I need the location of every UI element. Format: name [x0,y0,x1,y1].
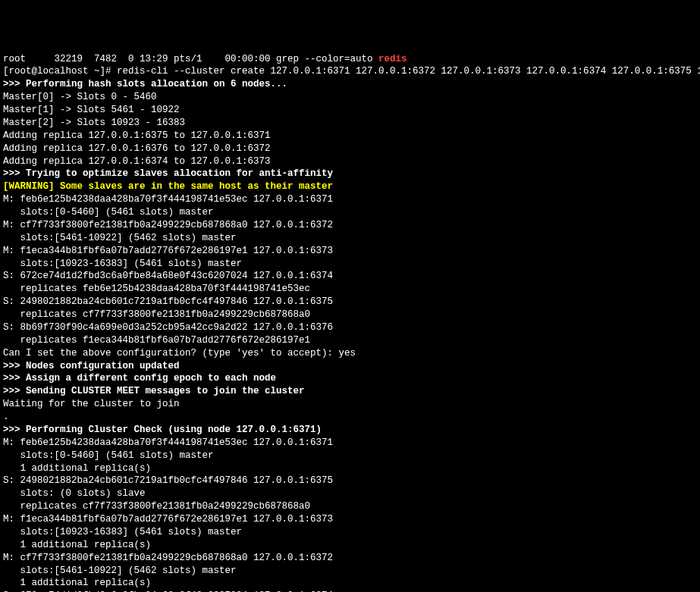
terminal-line: slots: (0 slots) slave [3,487,697,500]
terminal-line: slots:[0-5460] (5461 slots) master [3,449,697,462]
terminal-line: >>> Performing Cluster Check (using node… [3,424,697,437]
terminal-line: [root@localhost ~]# redis-cli --cluster … [3,65,697,78]
terminal-line: root 32219 7482 0 13:29 pts/1 00:00:00 g… [3,53,697,66]
terminal-line: Can I set the above configuration? (type… [3,347,697,360]
terminal-line: 1 additional replica(s) [3,577,697,590]
terminal-line: Master[2] -> Slots 10923 - 16383 [3,117,697,130]
terminal-line: >>> Performing hash slots allocation on … [3,78,697,91]
terminal-line: M: feb6e125b4238daa428ba70f3f444198741e5… [3,437,697,449]
terminal-line: . [3,411,697,424]
terminal-line: >>> Nodes configuration updated [3,360,697,373]
terminal-line: S: 2498021882ba24cb601c7219a1fb0cfc4f497… [3,296,697,309]
terminal-line: slots:[10923-16383] (5461 slots) master [3,526,697,539]
terminal-line: >>> Assign a different config epoch to e… [3,372,697,385]
terminal-line: replicates cf7f733f3800fe21381fb0a249922… [3,309,697,321]
terminal-line: M: f1eca344b81fbf6a07b7add2776f672e28619… [3,245,697,258]
terminal-line: replicates feb6e125b4238daa428ba70f3f444… [3,283,697,296]
terminal-line: [WARNING] Some slaves are in the same ho… [3,180,697,193]
terminal-line: 1 additional replica(s) [3,462,697,475]
terminal-line: Master[0] -> Slots 0 - 5460 [3,91,697,104]
terminal-line: >>> Sending CLUSTER MEET messages to joi… [3,385,697,398]
terminal-line: M: feb6e125b4238daa428ba70f3f444198741e5… [3,193,697,206]
terminal-line: slots:[0-5460] (5461 slots) master [3,206,697,219]
terminal-output: root 32219 7482 0 13:29 pts/1 00:00:00 g… [3,53,697,593]
terminal-line: Adding replica 127.0.0.1:6376 to 127.0.0… [3,143,697,155]
terminal-line: slots:[10923-16383] (5461 slots) master [3,258,697,271]
terminal-line: Waiting for the cluster to join [3,398,697,411]
terminal-line: M: cf7f733f3800fe21381fb0a2499229cb68786… [3,219,697,232]
terminal-line: M: f1eca344b81fbf6a07b7add2776f672e28619… [3,513,697,526]
terminal-line: S: 672ce74d1d2fbd3c6a0fbe84a68e0f43c6207… [3,270,697,283]
terminal-line: slots:[5461-10922] (5462 slots) master [3,232,697,245]
terminal-line: replicates f1eca344b81fbf6a07b7add2776f6… [3,334,697,347]
terminal-line: S: 8b69f730f90c4a699e0d3a252cb95a42cc9a2… [3,321,697,334]
terminal-line: replicates cf7f733f3800fe21381fb0a249922… [3,500,697,513]
terminal-line: Adding replica 127.0.0.1:6374 to 127.0.0… [3,155,697,168]
terminal-line: M: cf7f733f3800fe21381fb0a2499229cb68786… [3,552,697,565]
terminal-line: slots:[5461-10922] (5462 slots) master [3,565,697,578]
terminal-line: Master[1] -> Slots 5461 - 10922 [3,104,697,117]
terminal-line: >>> Trying to optimize slaves allocation… [3,168,697,180]
terminal-line: 1 additional replica(s) [3,539,697,552]
terminal-line: S: 2498021882ba24cb601c7219a1fb0cfc4f497… [3,475,697,487]
terminal-line: Adding replica 127.0.0.1:6375 to 127.0.0… [3,130,697,143]
